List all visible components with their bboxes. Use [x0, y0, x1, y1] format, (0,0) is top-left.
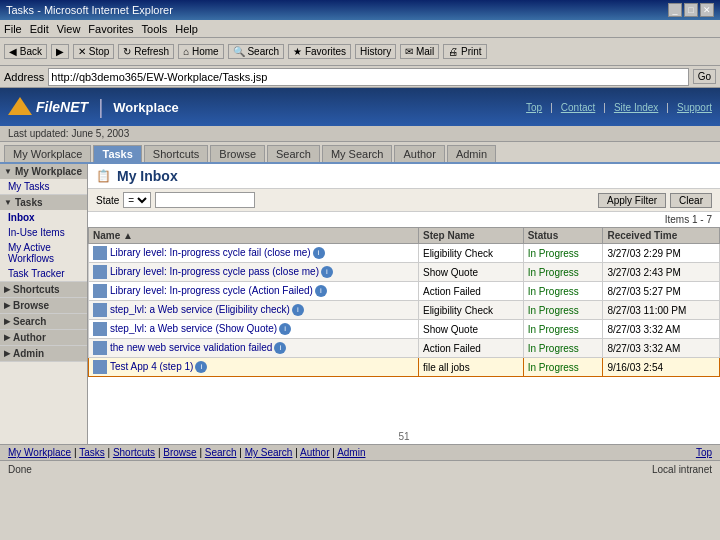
- support-link[interactable]: Support: [677, 102, 712, 113]
- bottom-link-browse[interactable]: Browse: [163, 447, 196, 458]
- filenet-header: FileNET | Workplace Top | Contact | Site…: [0, 88, 720, 126]
- forward-button[interactable]: ▶: [51, 44, 69, 59]
- address-label: Address: [4, 71, 44, 83]
- search-toolbar-button[interactable]: 🔍 Search: [228, 44, 284, 59]
- filter-operator-select[interactable]: = ≠ < >: [123, 192, 151, 208]
- task-name-link[interactable]: the new web service validation failed: [110, 342, 272, 353]
- task-status: In Progress: [523, 301, 603, 320]
- date-text: Last updated: June 5, 2003: [8, 128, 129, 139]
- task-icon: [93, 246, 107, 260]
- sidebar-section-browse: ▶ Browse: [0, 298, 87, 314]
- home-button[interactable]: ⌂ Home: [178, 44, 224, 59]
- menu-tools[interactable]: Tools: [142, 23, 168, 35]
- menu-view[interactable]: View: [57, 23, 81, 35]
- task-name-link[interactable]: Test App 4 (step 1): [110, 361, 193, 372]
- favorites-button[interactable]: ★ Favorites: [288, 44, 351, 59]
- info-icon[interactable]: i: [321, 266, 333, 278]
- task-name-link[interactable]: Library level: In-progress cycle (Action…: [110, 285, 313, 296]
- site-index-link[interactable]: Site Index: [614, 102, 658, 113]
- info-icon[interactable]: i: [315, 285, 327, 297]
- task-status: In Progress: [523, 244, 603, 263]
- info-icon[interactable]: i: [195, 361, 207, 373]
- bottom-link-shortcuts[interactable]: Shortcuts: [113, 447, 155, 458]
- tab-my-workplace[interactable]: My Workplace: [4, 145, 91, 162]
- sidebar-section-title-my-workplace[interactable]: ▼ My Workplace: [0, 164, 87, 179]
- table-row: step_lvl: a Web service (Show Quote)iSho…: [89, 320, 720, 339]
- sidebar-section-title-shortcuts[interactable]: ▶ Shortcuts: [0, 282, 87, 297]
- task-icon: [93, 322, 107, 336]
- tab-shortcuts[interactable]: Shortcuts: [144, 145, 208, 162]
- task-status: In Progress: [523, 263, 603, 282]
- main-layout: ▼ My Workplace My Tasks ▼ Tasks Inbox In…: [0, 164, 720, 444]
- task-step-name: Eligibility Check: [418, 301, 523, 320]
- history-button[interactable]: History: [355, 44, 396, 59]
- bottom-link-author[interactable]: Author: [300, 447, 329, 458]
- mail-button[interactable]: ✉ Mail: [400, 44, 439, 59]
- contact-link[interactable]: Contact: [561, 102, 595, 113]
- sidebar-section-title-admin[interactable]: ▶ Admin: [0, 346, 87, 361]
- bottom-link-my-search[interactable]: My Search: [245, 447, 293, 458]
- sidebar-item-inbox[interactable]: Inbox: [0, 210, 87, 225]
- menu-favorites[interactable]: Favorites: [88, 23, 133, 35]
- top-link[interactable]: Top: [526, 102, 542, 113]
- sidebar-item-active-workflows[interactable]: My Active Workflows: [0, 240, 87, 266]
- tasks-table-container: Name ▲ Step Name Status Received Time Li…: [88, 227, 720, 429]
- col-status[interactable]: Status: [523, 228, 603, 244]
- filter-value-input[interactable]: [155, 192, 255, 208]
- sidebar-section-title-search[interactable]: ▶ Search: [0, 314, 87, 329]
- tab-search[interactable]: Search: [267, 145, 320, 162]
- info-icon[interactable]: i: [292, 304, 304, 316]
- date-bar: Last updated: June 5, 2003: [0, 126, 720, 142]
- go-button[interactable]: Go: [693, 69, 716, 84]
- tab-browse[interactable]: Browse: [210, 145, 265, 162]
- maximize-button[interactable]: □: [684, 3, 698, 17]
- results-info: Items 1 - 7: [88, 212, 720, 227]
- apply-filter-button[interactable]: Apply Filter: [598, 193, 666, 208]
- arrow-icon: ▼: [4, 167, 12, 176]
- sidebar-section-author: ▶ Author: [0, 330, 87, 346]
- address-input[interactable]: [48, 68, 688, 86]
- col-name[interactable]: Name ▲: [89, 228, 419, 244]
- col-step[interactable]: Step Name: [418, 228, 523, 244]
- bottom-link-tasks[interactable]: Tasks: [79, 447, 105, 458]
- sidebar-item-in-use[interactable]: In-Use Items: [0, 225, 87, 240]
- tab-my-search[interactable]: My Search: [322, 145, 393, 162]
- task-name-link[interactable]: Library level: In-progress cycle pass (c…: [110, 266, 319, 277]
- top-link-bottom[interactable]: Top: [696, 447, 712, 458]
- task-received-time: 9/16/03 2:54: [603, 358, 720, 377]
- stop-button[interactable]: ✕ Stop: [73, 44, 114, 59]
- bottom-link-admin[interactable]: Admin: [337, 447, 365, 458]
- task-name-link[interactable]: step_lvl: a Web service (Eligibility che…: [110, 304, 290, 315]
- sidebar-section-title-tasks[interactable]: ▼ Tasks: [0, 195, 87, 210]
- info-icon[interactable]: i: [313, 247, 325, 259]
- close-button[interactable]: ✕: [700, 3, 714, 17]
- sidebar-section-search: ▶ Search: [0, 314, 87, 330]
- zone-text: Local intranet: [652, 464, 712, 475]
- menu-file[interactable]: File: [4, 23, 22, 35]
- info-icon[interactable]: i: [279, 323, 291, 335]
- print-button[interactable]: 🖨 Print: [443, 44, 486, 59]
- sidebar-section-title-author[interactable]: ▶ Author: [0, 330, 87, 345]
- menu-help[interactable]: Help: [175, 23, 198, 35]
- window-titlebar: Tasks - Microsoft Internet Explorer _ □ …: [0, 0, 720, 20]
- clear-filter-button[interactable]: Clear: [670, 193, 712, 208]
- bottom-link-my-workplace[interactable]: My Workplace: [8, 447, 71, 458]
- tab-tasks[interactable]: Tasks: [93, 145, 141, 162]
- info-icon[interactable]: i: [274, 342, 286, 354]
- sidebar-item-my-tasks[interactable]: My Tasks: [0, 179, 87, 194]
- back-button[interactable]: ◀ Back: [4, 44, 47, 59]
- tab-author[interactable]: Author: [394, 145, 444, 162]
- minimize-button[interactable]: _: [668, 3, 682, 17]
- arrow-icon-tasks: ▼: [4, 198, 12, 207]
- table-row: the new web service validation failediAc…: [89, 339, 720, 358]
- tab-admin[interactable]: Admin: [447, 145, 496, 162]
- sidebar-item-task-tracker[interactable]: Task Tracker: [0, 266, 87, 281]
- menu-edit[interactable]: Edit: [30, 23, 49, 35]
- sidebar: ▼ My Workplace My Tasks ▼ Tasks Inbox In…: [0, 164, 88, 444]
- refresh-button[interactable]: ↻ Refresh: [118, 44, 174, 59]
- task-name-link[interactable]: step_lvl: a Web service (Show Quote): [110, 323, 277, 334]
- task-name-link[interactable]: Library level: In-progress cycle fail (c…: [110, 247, 311, 258]
- sidebar-section-title-browse[interactable]: ▶ Browse: [0, 298, 87, 313]
- col-received[interactable]: Received Time: [603, 228, 720, 244]
- bottom-link-search[interactable]: Search: [205, 447, 237, 458]
